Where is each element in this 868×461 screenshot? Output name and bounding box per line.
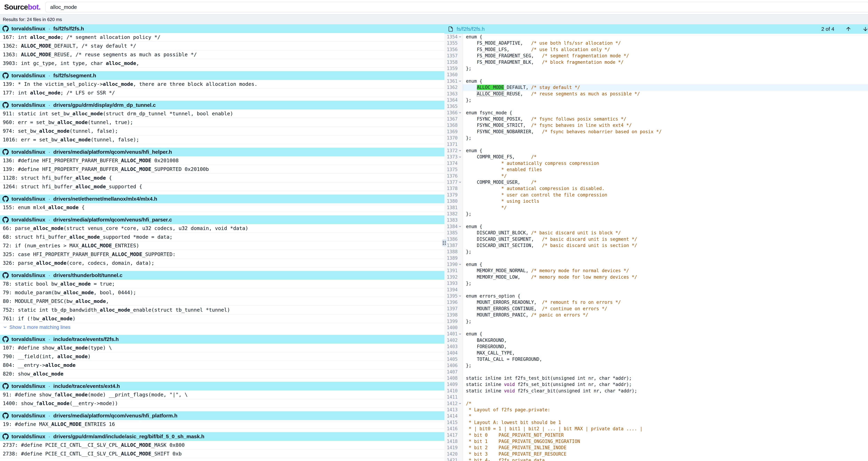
code-text: FS_MODE_FRAGMENT_SEG, /* segment fragmen…	[463, 53, 868, 59]
fold-slot-empty	[458, 71, 462, 78]
repo-name: torvalds/linux	[11, 383, 45, 389]
topbar: Sourcebot.	[0, 0, 868, 14]
match-row[interactable]: 804: __entry->alloc_mode	[0, 361, 444, 370]
result-group-header[interactable]: torvalds/linux·include/trace/events/f2fs…	[0, 335, 444, 344]
match-row[interactable]: 136: #define HFI_PROPERTY_PARAM_BUFFER_A…	[0, 156, 444, 165]
match-row[interactable]: 155: enum mlx4_alloc_mode {	[0, 203, 444, 212]
line-number: 1415	[447, 419, 458, 426]
match-row[interactable]: 78: static bool bw_alloc_mode = true;	[0, 280, 444, 288]
fold-chevron-icon[interactable]	[458, 78, 462, 84]
result-group-header[interactable]: torvalds/linux·drivers/thunderbolt/tunne…	[0, 271, 444, 280]
match-row[interactable]: 1264: struct hfi_buffer_alloc_mode_suppo…	[0, 182, 444, 191]
code-text: };	[463, 211, 868, 217]
line-number: 1359	[447, 65, 458, 71]
result-group: torvalds/linux·drivers/thunderbolt/tunne…	[0, 271, 444, 332]
match-row[interactable]: 91: #define show_falloc_mode(mode) __pri…	[0, 391, 444, 399]
result-group-header[interactable]: torvalds/linux·fs/f2fs/segment.h	[0, 71, 444, 80]
match-row[interactable]: 167: int alloc_mode; /* segment allocati…	[0, 33, 444, 42]
result-group-header[interactable]: torvalds/linux·drivers/media/platform/qc…	[0, 148, 444, 156]
match-row[interactable]: 139: #define HFI_PROPERTY_PARAM_BUFFER_A…	[0, 165, 444, 174]
fold-chevron-icon[interactable]	[458, 110, 462, 116]
result-group-header[interactable]: torvalds/linux·drivers/gpu/drm/amd/inclu…	[0, 432, 444, 441]
preview-file-link[interactable]: fs/f2fs/f2fs.h	[457, 26, 485, 32]
separator-dot: ·	[48, 434, 51, 439]
match-row[interactable]: 974: set_bw_alloc_mode(tunnel, false);	[0, 127, 444, 136]
match-row[interactable]: 1400: show_falloc_mode(__entry->mode))	[0, 399, 444, 408]
fold-chevron-icon[interactable]	[458, 293, 462, 299]
line-gutter: 1385	[444, 230, 463, 236]
code-text: BACKGROUND,	[463, 337, 868, 343]
file-path: drivers/media/platform/qcom/venus/hfi_pa…	[53, 217, 172, 223]
result-group-header[interactable]: torvalds/linux·drivers/net/ethernet/mell…	[0, 195, 444, 203]
result-group-header[interactable]: torvalds/linux·drivers/media/platform/qc…	[0, 411, 444, 420]
match-row[interactable]: 820: show_alloc_mode	[0, 370, 444, 378]
line-number: 1367	[447, 116, 458, 122]
match-row[interactable]: 790: __field(int, alloc_mode)	[0, 352, 444, 361]
line-number: 1365	[447, 103, 458, 109]
preview-panel: fs/f2fs/f2fs.h 2 of 4 1354enum {1355 FS_…	[444, 24, 868, 461]
separator-dot: ·	[48, 196, 51, 202]
fold-chevron-icon[interactable]	[458, 34, 462, 40]
code-line: 1380 * using ioctls	[444, 198, 868, 204]
match-row[interactable]: 79: module_param(bw_alloc_mode, bool, 04…	[0, 288, 444, 297]
code-line: 1421 * bit 4- f2fs private data	[444, 457, 868, 461]
show-more-link[interactable]: Show 1 more matching lines	[0, 323, 444, 332]
match-row[interactable]: 2737: #define PCIE_CI_CNTL__CI_SLV_CPL_A…	[0, 441, 444, 450]
match-row[interactable]: 80: MODULE_PARM_DESC(bw_alloc_mode,	[0, 297, 444, 306]
code-line: 1399};	[444, 318, 868, 324]
code-text: enum {	[463, 34, 868, 40]
line-gutter: 1366	[444, 110, 463, 116]
match-row[interactable]: 1128: struct hfi_buffer_alloc_mode {	[0, 174, 444, 182]
match-row[interactable]: 2738: #define PCIE_CI_CNTL__CI_SLV_CPL_A…	[0, 450, 444, 458]
match-row[interactable]: 325: case HFI_PROPERTY_PARAM_BUFFER_ALLO…	[0, 250, 444, 259]
code-text: COMPR_MODE_FS, /*	[463, 154, 868, 160]
line-number: 1379	[447, 192, 458, 198]
match-row[interactable]: 107: #define show_alloc_mode(type) \	[0, 344, 444, 352]
match-row[interactable]: 3903: int gc_type, int type, char alloc_…	[0, 59, 444, 68]
match-row[interactable]: 761: if (!bw_alloc_mode)	[0, 314, 444, 323]
fold-chevron-icon[interactable]	[458, 179, 462, 185]
result-group-header[interactable]: torvalds/linux·include/trace/events/ext4…	[0, 382, 444, 391]
line-number: 1401	[447, 331, 458, 337]
match-row[interactable]: 68: struct hfi_buffer_alloc_mode_support…	[0, 233, 444, 241]
app-logo[interactable]: Sourcebot.	[4, 3, 40, 11]
line-number: 1374	[447, 160, 458, 166]
fold-chevron-icon[interactable]	[458, 223, 462, 230]
line-gutter: 1406	[444, 362, 463, 369]
line-number: 1403	[447, 343, 458, 350]
match-row[interactable]: 139: * In the victim_sel_policy->alloc_m…	[0, 80, 444, 89]
match-row[interactable]: 960: err = set_bw_alloc_mode(tunnel, tru…	[0, 118, 444, 127]
result-group-header[interactable]: torvalds/linux·fs/f2fs/f2fs.h	[0, 24, 444, 33]
code-line: 1388};	[444, 249, 868, 255]
next-match-button[interactable]	[863, 26, 868, 32]
panel-resize-handle[interactable]	[442, 239, 447, 247]
fold-slot-empty	[458, 40, 462, 46]
fold-chevron-icon[interactable]	[458, 331, 462, 337]
code-text: MEMORY_MODE_LOW, /* memory mode for low …	[463, 274, 868, 280]
search-input[interactable]	[45, 2, 868, 12]
match-row[interactable]: 326: parse_alloc_mode(core, codecs, doma…	[0, 259, 444, 267]
fold-slot-empty	[458, 128, 462, 135]
line-number: 1398	[447, 312, 458, 318]
result-group-header[interactable]: torvalds/linux·drivers/media/platform/qc…	[0, 215, 444, 224]
fold-chevron-icon[interactable]	[458, 154, 462, 160]
line-gutter: 1412	[444, 400, 463, 407]
line-number: 1392	[447, 274, 458, 280]
prev-match-button[interactable]	[845, 26, 851, 32]
line-number: 1360	[447, 71, 458, 78]
match-row[interactable]: 177: int alloc_mode; /* LFS or SSR */	[0, 89, 444, 97]
fold-chevron-icon[interactable]	[458, 147, 462, 154]
match-row[interactable]: 1362: ALLOC_MODE_DEFAULT, /* stay defaul…	[0, 42, 444, 50]
match-row[interactable]: 66: parse_alloc_mode(struct venus_core *…	[0, 224, 444, 233]
match-row[interactable]: 1363: ALLOC_MODE_REUSE, /* reuse segment…	[0, 50, 444, 59]
match-row[interactable]: 752: static int tb_dp_bandwidth_alloc_mo…	[0, 306, 444, 314]
fold-chevron-icon[interactable]	[458, 400, 462, 407]
line-gutter: 1358	[444, 59, 463, 65]
result-group-header[interactable]: torvalds/linux·drivers/gpu/drm/display/d…	[0, 101, 444, 109]
fold-chevron-icon[interactable]	[458, 261, 462, 267]
match-row[interactable]: 1016: err = set_bw_alloc_mode(tunnel, fa…	[0, 136, 444, 144]
fold-slot-empty	[458, 369, 462, 375]
match-row[interactable]: 911: static int set_bw_alloc_mode(struct…	[0, 109, 444, 118]
match-row[interactable]: 72: if (num_entries > MAX_ALLOC_MODE_ENT…	[0, 241, 444, 250]
match-row[interactable]: 19: #define MAX_ALLOC_MODE_ENTRIES 16	[0, 420, 444, 429]
